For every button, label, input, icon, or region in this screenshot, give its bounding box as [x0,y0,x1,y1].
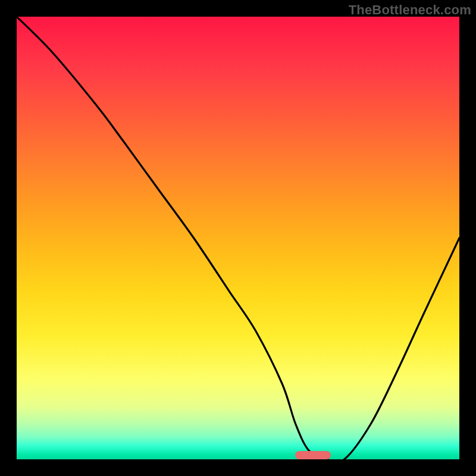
chart-frame [17,17,459,459]
watermark-label: TheBottleneck.com [349,2,471,18]
bottleneck-curve [17,17,459,459]
optimal-marker [295,451,331,459]
